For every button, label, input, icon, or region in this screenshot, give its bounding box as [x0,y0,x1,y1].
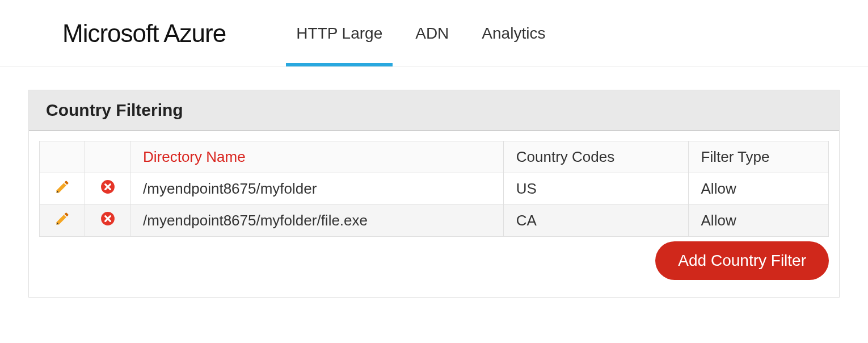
azure-logo: Microsoft Azure [62,19,226,48]
country-filtering-panel: Country Filtering Directory Name Country… [28,90,840,298]
pencil-icon[interactable] [54,211,70,231]
col-country-codes[interactable]: Country Codes [503,141,688,173]
delete-icon[interactable] [100,179,115,198]
pencil-icon[interactable] [54,179,70,199]
actions-row: Add Country Filter [39,241,829,280]
cell-codes: CA [503,205,688,237]
col-delete [85,141,130,173]
top-bar: Microsoft Azure HTTP Large ADN Analytics [0,0,868,67]
cell-codes: US [503,173,688,205]
panel-body: Directory Name Country Codes Filter Type [29,131,839,297]
nav-tabs: HTTP Large ADN Analytics [294,0,547,66]
table-row: /myendpoint8675/myfolder/file.exe CA All… [40,205,829,237]
table-header-row: Directory Name Country Codes Filter Type [40,141,829,173]
tab-adn[interactable]: ADN [413,0,451,66]
add-country-filter-button[interactable]: Add Country Filter [655,241,829,280]
cell-directory: /myendpoint8675/myfolder/file.exe [130,205,504,237]
col-directory-name[interactable]: Directory Name [130,141,504,173]
col-filter-type[interactable]: Filter Type [688,141,828,173]
tab-analytics[interactable]: Analytics [479,0,547,66]
cell-directory: /myendpoint8675/myfolder [130,173,504,205]
filters-table: Directory Name Country Codes Filter Type [39,141,829,237]
cell-filter: Allow [688,173,828,205]
table-row: /myendpoint8675/myfolder US Allow [40,173,829,205]
col-edit [40,141,85,173]
panel-title: Country Filtering [29,90,839,131]
cell-filter: Allow [688,205,828,237]
delete-icon[interactable] [100,211,115,230]
tab-http-large[interactable]: HTTP Large [294,0,385,66]
